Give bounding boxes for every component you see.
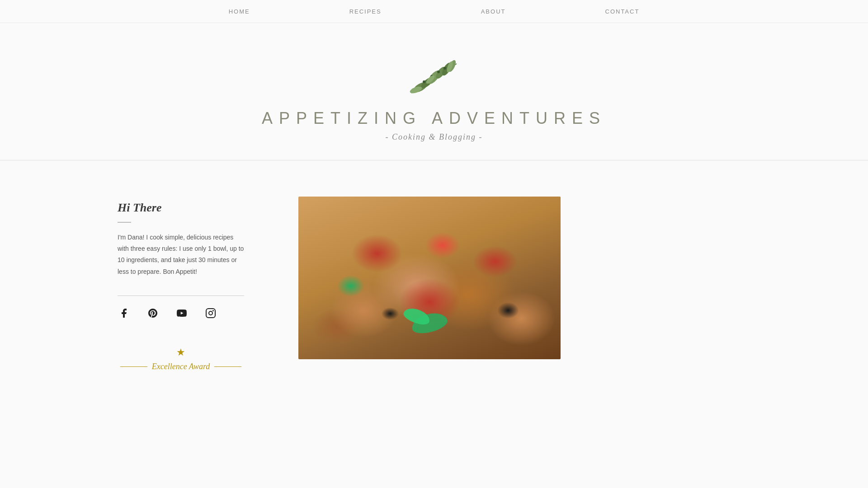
award-section: ★ Excellence Award — [118, 347, 244, 371]
award-line-left — [120, 366, 147, 367]
social-divider — [118, 296, 244, 296]
left-column: Hi There I'm Dana! I cook simple, delici… — [118, 197, 244, 371]
award-line-right — [214, 366, 241, 367]
svg-point-8 — [437, 70, 440, 73]
pinterest-icon[interactable] — [146, 307, 159, 319]
greeting-divider — [118, 222, 131, 223]
youtube-icon[interactable] — [175, 307, 188, 319]
svg-rect-14 — [206, 309, 215, 318]
svg-point-16 — [212, 310, 214, 311]
nav-contact[interactable]: CONTACT — [605, 8, 640, 15]
facebook-icon[interactable] — [118, 307, 130, 319]
site-subtitle: - Cooking & Blogging - — [386, 132, 483, 142]
instagram-icon[interactable] — [204, 307, 217, 319]
site-title: APPETIZING ADVENTURES — [262, 109, 606, 128]
hero-section: APPETIZING ADVENTURES - Cooking & Bloggi… — [0, 23, 868, 160]
svg-point-6 — [423, 80, 425, 83]
svg-point-15 — [209, 311, 212, 315]
svg-point-9 — [443, 67, 446, 70]
greeting-heading: Hi There — [118, 201, 244, 215]
hero-plant-icon — [398, 50, 470, 100]
award-label: Excellence Award — [152, 362, 210, 371]
nav-home[interactable]: HOME — [229, 8, 250, 15]
nav-about[interactable]: ABOUT — [481, 8, 506, 15]
food-image-column — [298, 197, 561, 371]
food-image-container — [298, 197, 561, 359]
intro-paragraph: I'm Dana! I cook simple, delicious recip… — [118, 232, 244, 277]
bruschetta-image — [298, 197, 561, 359]
nav-recipes[interactable]: RECIPES — [349, 8, 382, 15]
main-content: Hi There I'm Dana! I cook simple, delici… — [0, 160, 868, 399]
social-icons-row — [118, 307, 244, 319]
award-star-icon: ★ — [176, 347, 185, 358]
award-line: Excellence Award — [120, 362, 241, 371]
main-nav: HOME RECIPES ABOUT CONTACT — [0, 0, 868, 23]
